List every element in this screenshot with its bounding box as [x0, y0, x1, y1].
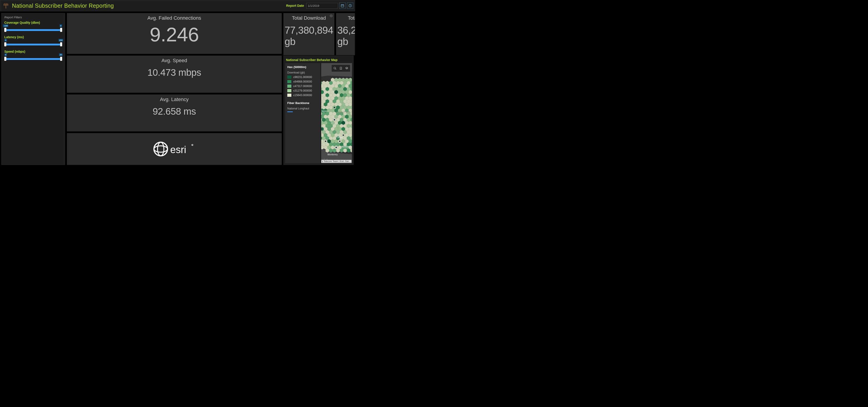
map-canvas[interactable]: CalgaryVancouverSeattleSan FranciscoLos …	[321, 63, 352, 163]
svg-point-0	[6, 8, 6, 8]
legend-field-label: Download (gb)	[287, 71, 318, 74]
right-column: Avg. Failed Connections 9.246 Avg. Speed…	[67, 13, 282, 165]
map-toolbar	[332, 65, 350, 72]
legend-class-item: ≤98231.000000	[287, 75, 318, 79]
svg-point-708	[325, 140, 326, 142]
legend-swatch-icon	[287, 85, 291, 88]
map-title: National Subscriber Behavior Map	[284, 56, 353, 63]
legend-class-label: ≤47317.000000	[293, 85, 312, 88]
metric-avg-latency: Avg. Latency 92.658 ms	[67, 95, 282, 132]
legend-class-label: ≤31279.000000	[293, 89, 312, 92]
svg-point-762	[336, 147, 337, 148]
filter-coverage-label: Coverage Quality (dbm)	[4, 21, 62, 24]
speed-handle-min[interactable]	[4, 57, 6, 61]
metrics-top-row: Total Download 77,380,894 gb Total Uploa…	[283, 13, 353, 54]
legend-class-label: ≤64668.000000	[293, 80, 312, 83]
metric-value: 9.246	[150, 25, 199, 44]
latency-min-badge: 0	[4, 39, 7, 41]
filter-latency: Latency (ms) 0 150	[4, 35, 62, 46]
svg-point-563	[321, 128, 323, 130]
report-date-label: Report Date	[286, 4, 304, 7]
latency-handle-min[interactable]	[4, 42, 6, 46]
metric-title: Avg. Latency	[160, 97, 189, 102]
legend-class-item: ≤47317.000000	[287, 85, 318, 88]
svg-point-713	[339, 140, 340, 142]
svg-point-647	[343, 134, 344, 136]
svg-point-6	[158, 142, 164, 156]
app-header: National Subscriber Behavior Reporting R…	[0, 0, 355, 11]
speed-max-badge: 20	[59, 53, 63, 56]
metric-value: 92.658 ms	[153, 106, 196, 117]
legend-class-item: ≤15643.000000	[287, 94, 318, 97]
metric-title: Avg. Speed	[161, 58, 187, 64]
legend-class-item: ≤31279.000000	[287, 89, 318, 92]
layers-icon[interactable]	[344, 66, 349, 71]
metric-title: Total Upload	[348, 15, 355, 21]
metric-title: Total Download	[292, 15, 326, 21]
legend-fiber-title: Fiber Backbone	[287, 101, 318, 105]
latency-slider[interactable]: 0 150	[4, 42, 62, 46]
report-date-input[interactable]	[306, 3, 338, 9]
legend-swatch-icon	[287, 89, 291, 92]
calendar-icon[interactable]	[339, 2, 346, 9]
speed-slider[interactable]: 0 20	[4, 57, 62, 60]
metric-avg-speed: Avg. Speed 10.473 mbps	[67, 56, 282, 93]
coverage-max-badge: 0	[59, 24, 62, 27]
map-section: National Subscriber Behavior Map Hex (50…	[283, 56, 353, 165]
svg-text:R: R	[192, 145, 193, 146]
filter-coverage: Coverage Quality (dbm) -100 0	[4, 21, 62, 31]
latency-max-badge: 150	[58, 39, 63, 41]
search-icon[interactable]	[333, 66, 338, 71]
coverage-handle-max[interactable]	[60, 28, 62, 32]
filter-speed-label: Speed (mbps)	[4, 50, 62, 53]
metric-value: 10.473 mbps	[147, 67, 201, 78]
filters-panel: Report Filters Coverage Quality (dbm) -1…	[1, 13, 65, 165]
speed-handle-max[interactable]	[60, 57, 62, 61]
filter-latency-label: Latency (ms)	[4, 35, 62, 39]
metric-avg-failed: Avg. Failed Connections 9.246	[67, 13, 282, 54]
map-legend-panel: Hex (50000m) Download (gb) ≤98231.000000…	[285, 63, 320, 163]
svg-point-286	[334, 107, 335, 108]
metric-value: 36,290,378 gb	[337, 25, 355, 47]
legend-swatch-icon	[287, 94, 291, 97]
app-title: National Subscriber Behavior Reporting	[12, 2, 114, 9]
esri-logo-icon: esri R	[152, 140, 197, 158]
metric-total-download: Total Download 77,380,894 gb	[283, 13, 334, 55]
latency-handle-max[interactable]	[60, 42, 62, 46]
speed-min-badge: 0	[4, 53, 7, 56]
svg-rect-1	[341, 4, 344, 7]
brand-name: esri	[170, 144, 186, 155]
metric-value: 77,380,894 gb	[285, 25, 333, 47]
metric-total-upload: Total Upload 36,290,378 gb	[336, 13, 355, 55]
coverage-handle-min[interactable]	[4, 28, 6, 32]
legend-class-label: ≤98231.000000	[293, 75, 312, 79]
expand-icon[interactable]	[330, 14, 333, 18]
svg-point-5	[154, 146, 167, 152]
legend-layer-title: Hex (50000m)	[287, 65, 318, 69]
svg-point-782	[334, 67, 336, 69]
map-city-label: Denver	[321, 110, 328, 113]
metric-title: Avg. Failed Connections	[147, 15, 201, 21]
legend-class-item: ≤64668.000000	[287, 80, 318, 83]
brand-logo-card: esri R	[67, 133, 282, 165]
legend-swatch-icon	[287, 80, 291, 83]
map-city-label: UNITED STATES	[337, 111, 352, 114]
legend-class-label: ≤15643.000000	[293, 94, 312, 97]
legend-swatch-icon	[287, 75, 291, 79]
map-city-label: Dallas	[337, 136, 343, 138]
filters-title: Report Filters	[4, 15, 62, 19]
bookmark-icon[interactable]	[338, 66, 343, 71]
legend-fiber-label: National Longhaul	[287, 107, 318, 110]
coverage-slider[interactable]: -100 0	[4, 28, 62, 31]
filter-speed: Speed (mbps) 0 20	[4, 50, 62, 60]
svg-point-4	[154, 142, 167, 156]
map-attribution: Esri, Garmin, FAO, NOAA, EPA | Esri's Te…	[321, 160, 351, 163]
map-city-label: Monterrey	[328, 153, 338, 156]
svg-point-449	[334, 119, 335, 121]
coverage-min-badge: -100	[3, 24, 8, 27]
map-city-label: Houston	[341, 146, 349, 148]
clock-icon[interactable]	[347, 2, 353, 9]
app-logo-icon	[2, 2, 9, 9]
legend-fiber-line-icon	[287, 112, 293, 112]
